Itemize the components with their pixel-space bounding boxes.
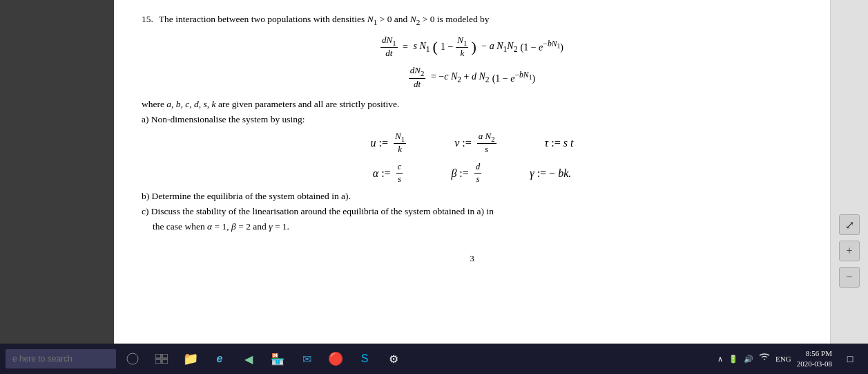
page-number: 3: [142, 253, 802, 264]
mail-icon: ✉: [302, 353, 311, 366]
edge-button[interactable]: e: [207, 346, 232, 371]
taskview-icon: [155, 354, 168, 364]
windows-icon: [126, 353, 139, 365]
clock-date: 2020-03-08: [797, 359, 832, 369]
settings-button[interactable]: ⚙: [381, 346, 406, 371]
equation-2: dN2dt = −c N2 + d N2 (1 − e−bN1): [142, 65, 802, 91]
definitions-row2: α := cs β := ds γ := −bk.: [142, 161, 802, 185]
chrome-icon: 🔴: [328, 351, 343, 366]
tray-lang[interactable]: ENG: [775, 355, 791, 363]
part-c: c) Discuss the stability of the linearis…: [142, 206, 802, 217]
clock-time: 8:56 PM: [797, 348, 832, 359]
edge-icon: e: [217, 353, 223, 365]
svg-point-0: [127, 353, 138, 364]
back-icon: ◀: [244, 353, 253, 366]
notification-icon: □: [847, 353, 853, 364]
right-panel: ⤢ + −: [830, 0, 868, 344]
zoom-out-button[interactable]: −: [839, 267, 860, 288]
tray-volume-icon[interactable]: 🔊: [744, 355, 753, 364]
taskview-button[interactable]: [149, 346, 174, 371]
mail-button[interactable]: ✉: [294, 346, 319, 371]
svg-rect-3: [155, 359, 161, 364]
system-tray: ∧ 🔋 🔊 ENG 8:56 PM 2020-03-08 □: [717, 346, 862, 371]
params-text: where a, b, c, d, s, k are given paramet…: [142, 99, 802, 110]
svg-rect-4: [162, 359, 168, 364]
tray-battery-icon: 🔋: [729, 355, 738, 364]
problem-intro: The interaction between two populations …: [159, 14, 490, 26]
definitions-row1: u := N1k v := a N2s τ := s t: [142, 131, 802, 156]
left-sidebar: [0, 0, 114, 344]
fit-button[interactable]: ⤢: [839, 214, 860, 235]
and-text: and: [253, 221, 267, 232]
chrome-button[interactable]: 🔴: [323, 346, 348, 371]
part-b: b) Determine the equilibria of the syste…: [142, 191, 802, 202]
part-c-continued: the case when α = 1, β = 2 and γ = 1.: [153, 221, 802, 232]
store-icon: 🏪: [271, 353, 284, 366]
skype-icon: S: [361, 353, 369, 365]
part-a: a) Non-dimensionalise the system by usin…: [142, 114, 802, 125]
tray-wifi-icon: [759, 353, 770, 364]
svg-rect-2: [162, 354, 168, 358]
explorer-icon: 📁: [183, 351, 198, 366]
svg-rect-1: [155, 354, 161, 358]
skype-button[interactable]: S: [352, 346, 377, 371]
store-button[interactable]: 🏪: [265, 346, 290, 371]
document-area: 15. The interaction between two populati…: [114, 0, 830, 344]
problem-header: 15. The interaction between two populati…: [142, 14, 802, 26]
problem-number: 15.: [142, 14, 153, 26]
back-app-button[interactable]: ◀: [236, 346, 261, 371]
search-input[interactable]: [6, 349, 116, 368]
notification-button[interactable]: □: [838, 346, 862, 371]
taskbar: 📁 e ◀ 🏪 ✉ 🔴 S ⚙ ∧ 🔋 🔊: [0, 344, 868, 374]
zoom-in-button[interactable]: +: [839, 241, 860, 261]
equation-1: dN1dt = s N1 ( 1 − N1k ) − a N1N2 (1 − e…: [142, 35, 802, 60]
explorer-button[interactable]: 📁: [178, 346, 203, 371]
tray-up-arrow[interactable]: ∧: [717, 355, 723, 364]
start-button[interactable]: [120, 346, 145, 371]
settings-icon: ⚙: [389, 353, 398, 366]
system-clock[interactable]: 8:56 PM 2020-03-08: [797, 348, 832, 370]
